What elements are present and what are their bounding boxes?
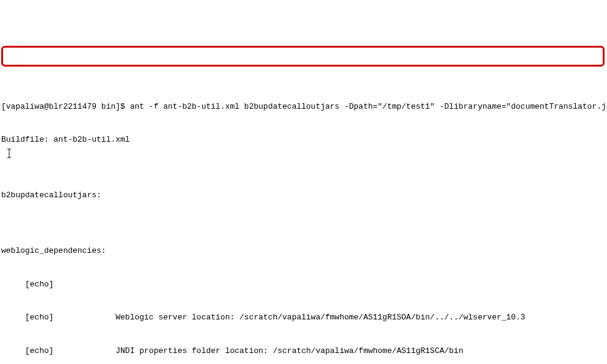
output-line: b2bupdatecalloutjars:: [1, 190, 606, 201]
output-line: [echo]: [1, 279, 606, 290]
prompt-text: [vapaliwa@blr2211479 bin]$: [1, 102, 130, 111]
prompt-line: [vapaliwa@blr2211479 bin]$ ant -f ant-b2…: [1, 101, 606, 112]
output-line: [echo] JNDI properties folder location: …: [1, 346, 606, 357]
output-line: Buildfile: ant-b2b-util.xml: [1, 134, 606, 145]
terminal-output: [vapaliwa@blr2211479 bin]$ ant -f ant-b2…: [1, 46, 606, 364]
command-text: ant -f ant-b2b-util.xml b2bupdatecallout…: [130, 102, 607, 111]
text-cursor-icon: [6, 148, 12, 158]
output-line: [echo] Weblogic server location: /scratc…: [1, 312, 606, 323]
command-highlight-box: [1, 46, 605, 67]
output-line: weblogic_dependencies:: [1, 246, 606, 257]
